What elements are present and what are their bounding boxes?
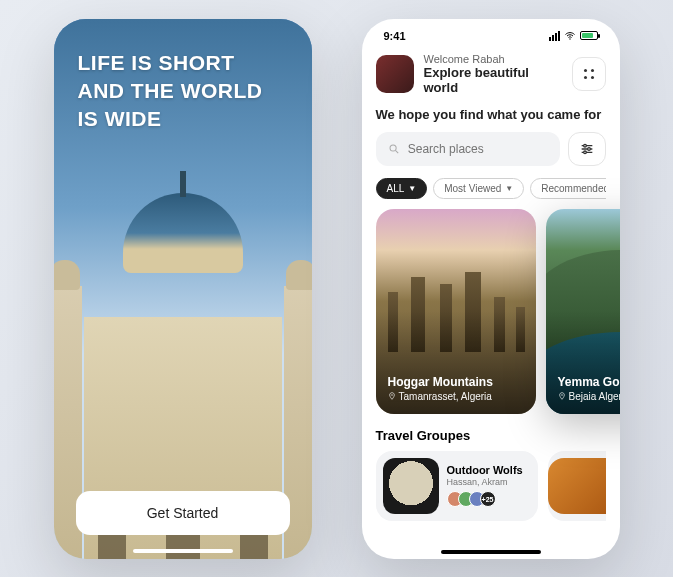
- group-card[interactable]: [548, 451, 606, 521]
- chip-most-viewed[interactable]: Most Viewed▼: [433, 178, 524, 199]
- chip-all[interactable]: ALL▼: [376, 178, 428, 199]
- title-l1: LIFE IS SHORT: [78, 49, 288, 77]
- pin-icon: [388, 392, 396, 400]
- header: Welcome Rabah Explore beautiful world: [376, 53, 606, 95]
- group-card[interactable]: Outdoor Wolfs Hassan, Akram +25: [376, 451, 538, 521]
- splash-screen: LIFE IS SHORT AND THE WORLD IS WIDE Get …: [54, 19, 312, 559]
- svg-point-1: [390, 144, 396, 150]
- status-bar: 9:41: [376, 19, 606, 47]
- group-name: Outdoor Wolfs: [447, 464, 523, 476]
- svg-point-9: [391, 394, 392, 395]
- more-count: +25: [480, 491, 496, 507]
- wifi-icon: [564, 30, 576, 42]
- battery-icon: [580, 31, 598, 40]
- splash-title: LIFE IS SHORT AND THE WORLD IS WIDE: [54, 19, 312, 134]
- card-location: Bejaia Algeria: [558, 391, 620, 402]
- status-time: 9:41: [384, 30, 406, 42]
- card-title: Yemma Gouraya: [558, 375, 620, 389]
- search-input[interactable]: [408, 142, 548, 156]
- svg-point-10: [561, 394, 562, 395]
- menu-button[interactable]: [572, 57, 606, 91]
- pin-icon: [558, 392, 566, 400]
- svg-point-6: [587, 147, 590, 150]
- signal-icon: [549, 31, 560, 41]
- search-icon: [388, 142, 400, 156]
- groups-heading: Travel Groupes: [376, 428, 606, 443]
- explore-screen: 9:41 Welcome Rabah Explore beautiful wor…: [362, 19, 620, 559]
- title-l3: IS WIDE: [78, 105, 288, 133]
- grid-icon: [584, 69, 594, 79]
- avatar[interactable]: [376, 55, 414, 93]
- chevron-down-icon: ▼: [408, 184, 416, 193]
- get-started-button[interactable]: Get Started: [76, 491, 290, 535]
- header-subtitle: Explore beautiful world: [424, 65, 562, 95]
- tagline: We hope you find what you came for: [376, 107, 606, 122]
- welcome-text: Welcome Rabah: [424, 53, 562, 65]
- destination-cards: Hoggar Mountains Tamanrasset, Algeria Ye…: [376, 209, 606, 414]
- group-members: Hassan, Akram: [447, 477, 523, 487]
- chip-recommended[interactable]: Recommended▼: [530, 178, 605, 199]
- filter-chips: ALL▼ Most Viewed▼ Recommended▼ Re: [376, 178, 606, 199]
- svg-line-2: [395, 150, 398, 153]
- travel-groups: Outdoor Wolfs Hassan, Akram +25: [376, 451, 606, 521]
- chevron-down-icon: ▼: [505, 184, 513, 193]
- svg-point-0: [569, 38, 570, 39]
- svg-point-8: [583, 151, 586, 154]
- group-thumbnail: [548, 458, 606, 514]
- group-thumbnail: [383, 458, 439, 514]
- destination-card[interactable]: Hoggar Mountains Tamanrasset, Algeria: [376, 209, 536, 414]
- filter-button[interactable]: [568, 132, 606, 166]
- sliders-icon: [579, 141, 595, 157]
- home-indicator[interactable]: [133, 549, 233, 553]
- search-input-wrap[interactable]: [376, 132, 560, 166]
- home-indicator[interactable]: [441, 550, 541, 554]
- card-location: Tamanrasset, Algeria: [388, 391, 524, 402]
- member-avatars: +25: [447, 491, 523, 507]
- card-title: Hoggar Mountains: [388, 375, 524, 389]
- destination-card[interactable]: Yemma Gouraya Bejaia Algeria: [546, 209, 620, 414]
- title-l2: AND THE WORLD: [78, 77, 288, 105]
- svg-point-4: [583, 144, 586, 147]
